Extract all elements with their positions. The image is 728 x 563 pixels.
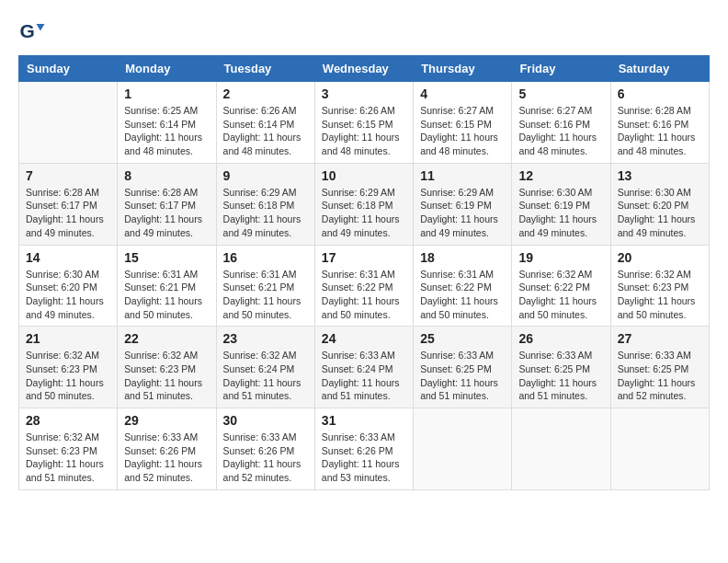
day-info: Sunrise: 6:33 AMSunset: 6:26 PMDaylight:… — [223, 431, 308, 485]
calendar-cell: 8Sunrise: 6:28 AMSunset: 6:17 PMDaylight… — [118, 163, 216, 245]
day-info: Sunrise: 6:31 AMSunset: 6:21 PMDaylight:… — [124, 268, 209, 322]
day-number: 11 — [420, 168, 505, 183]
day-number: 19 — [518, 250, 603, 265]
day-info: Sunrise: 6:30 AMSunset: 6:20 PMDaylight:… — [618, 186, 702, 240]
calendar-cell: 7Sunrise: 6:28 AMSunset: 6:17 PMDaylight… — [19, 163, 118, 245]
day-info: Sunrise: 6:31 AMSunset: 6:21 PMDaylight:… — [223, 268, 308, 322]
calendar-cell — [512, 408, 610, 490]
day-info: Sunrise: 6:32 AMSunset: 6:22 PMDaylight:… — [518, 268, 603, 322]
calendar-cell: 22Sunrise: 6:32 AMSunset: 6:23 PMDayligh… — [118, 327, 216, 408]
calendar-cell: 18Sunrise: 6:31 AMSunset: 6:22 PMDayligh… — [414, 245, 512, 327]
calendar-cell: 13Sunrise: 6:30 AMSunset: 6:20 PMDayligh… — [610, 163, 709, 245]
day-info: Sunrise: 6:27 AMSunset: 6:15 PMDaylight:… — [420, 104, 505, 158]
day-number: 30 — [223, 413, 308, 428]
day-number: 5 — [518, 86, 603, 101]
header-row: Sunday Monday Tuesday Wednesday Thursday… — [19, 56, 710, 82]
day-number: 17 — [322, 250, 406, 265]
day-info: Sunrise: 6:29 AMSunset: 6:18 PMDaylight:… — [223, 186, 308, 240]
svg-text:G: G — [20, 20, 35, 41]
calendar-cell: 17Sunrise: 6:31 AMSunset: 6:22 PMDayligh… — [314, 245, 413, 327]
calendar-cell: 26Sunrise: 6:33 AMSunset: 6:25 PMDayligh… — [512, 327, 610, 408]
calendar-cell: 2Sunrise: 6:26 AMSunset: 6:14 PMDaylight… — [216, 82, 314, 164]
calendar-cell: 25Sunrise: 6:33 AMSunset: 6:25 PMDayligh… — [414, 327, 512, 408]
day-number: 26 — [518, 331, 603, 346]
col-friday: Friday — [512, 56, 610, 82]
day-number: 12 — [518, 168, 603, 183]
day-info: Sunrise: 6:33 AMSunset: 6:24 PMDaylight:… — [322, 349, 406, 403]
col-sunday: Sunday — [19, 56, 118, 82]
calendar-cell: 12Sunrise: 6:30 AMSunset: 6:19 PMDayligh… — [512, 163, 610, 245]
calendar-cell: 16Sunrise: 6:31 AMSunset: 6:21 PMDayligh… — [216, 245, 314, 327]
day-number: 3 — [322, 86, 406, 101]
day-number: 4 — [420, 86, 505, 101]
day-number: 22 — [124, 331, 209, 346]
day-info: Sunrise: 6:26 AMSunset: 6:15 PMDaylight:… — [322, 104, 406, 158]
calendar-cell: 30Sunrise: 6:33 AMSunset: 6:26 PMDayligh… — [216, 408, 314, 490]
calendar-cell: 3Sunrise: 6:26 AMSunset: 6:15 PMDaylight… — [314, 82, 413, 164]
day-info: Sunrise: 6:33 AMSunset: 6:26 PMDaylight:… — [124, 431, 209, 485]
day-info: Sunrise: 6:33 AMSunset: 6:25 PMDaylight:… — [618, 349, 702, 403]
day-number: 31 — [322, 413, 406, 428]
day-number: 10 — [322, 168, 406, 183]
day-info: Sunrise: 6:33 AMSunset: 6:25 PMDaylight:… — [518, 349, 603, 403]
col-saturday: Saturday — [610, 56, 709, 82]
day-number: 16 — [223, 250, 308, 265]
calendar-cell: 11Sunrise: 6:29 AMSunset: 6:19 PMDayligh… — [414, 163, 512, 245]
logo: G — [18, 18, 50, 46]
col-wednesday: Wednesday — [314, 56, 413, 82]
calendar-cell: 9Sunrise: 6:29 AMSunset: 6:18 PMDaylight… — [216, 163, 314, 245]
col-thursday: Thursday — [414, 56, 512, 82]
calendar-table: Sunday Monday Tuesday Wednesday Thursday… — [18, 55, 710, 490]
day-info: Sunrise: 6:27 AMSunset: 6:16 PMDaylight:… — [518, 104, 603, 158]
svg-marker-1 — [37, 24, 45, 31]
day-number: 14 — [26, 250, 110, 265]
calendar-cell: 4Sunrise: 6:27 AMSunset: 6:15 PMDaylight… — [414, 82, 512, 164]
day-info: Sunrise: 6:29 AMSunset: 6:19 PMDaylight:… — [420, 186, 505, 240]
day-number: 18 — [420, 250, 505, 265]
calendar-cell — [19, 82, 118, 164]
calendar-cell: 20Sunrise: 6:32 AMSunset: 6:23 PMDayligh… — [610, 245, 709, 327]
day-info: Sunrise: 6:33 AMSunset: 6:26 PMDaylight:… — [322, 431, 406, 485]
day-number: 25 — [420, 331, 505, 346]
day-number: 28 — [26, 413, 110, 428]
day-number: 6 — [618, 86, 702, 101]
calendar-cell: 24Sunrise: 6:33 AMSunset: 6:24 PMDayligh… — [314, 327, 413, 408]
day-number: 9 — [223, 168, 308, 183]
col-monday: Monday — [118, 56, 216, 82]
day-info: Sunrise: 6:26 AMSunset: 6:14 PMDaylight:… — [223, 104, 308, 158]
calendar-cell: 19Sunrise: 6:32 AMSunset: 6:22 PMDayligh… — [512, 245, 610, 327]
day-number: 13 — [618, 168, 702, 183]
calendar-cell: 14Sunrise: 6:30 AMSunset: 6:20 PMDayligh… — [19, 245, 118, 327]
day-number: 29 — [124, 413, 209, 428]
day-info: Sunrise: 6:25 AMSunset: 6:14 PMDaylight:… — [124, 104, 209, 158]
calendar-cell: 1Sunrise: 6:25 AMSunset: 6:14 PMDaylight… — [118, 82, 216, 164]
day-info: Sunrise: 6:31 AMSunset: 6:22 PMDaylight:… — [420, 268, 505, 322]
day-number: 15 — [124, 250, 209, 265]
calendar-cell: 27Sunrise: 6:33 AMSunset: 6:25 PMDayligh… — [610, 327, 709, 408]
calendar-week-1: 1Sunrise: 6:25 AMSunset: 6:14 PMDaylight… — [19, 82, 710, 164]
day-number: 23 — [223, 331, 308, 346]
calendar-cell — [610, 408, 709, 490]
calendar-cell: 21Sunrise: 6:32 AMSunset: 6:23 PMDayligh… — [19, 327, 118, 408]
logo-icon: G — [18, 18, 46, 46]
calendar-cell: 15Sunrise: 6:31 AMSunset: 6:21 PMDayligh… — [118, 245, 216, 327]
calendar-cell: 28Sunrise: 6:32 AMSunset: 6:23 PMDayligh… — [19, 408, 118, 490]
calendar-cell: 5Sunrise: 6:27 AMSunset: 6:16 PMDaylight… — [512, 82, 610, 164]
col-tuesday: Tuesday — [216, 56, 314, 82]
day-info: Sunrise: 6:32 AMSunset: 6:23 PMDaylight:… — [124, 349, 209, 403]
day-number: 20 — [618, 250, 702, 265]
day-info: Sunrise: 6:32 AMSunset: 6:23 PMDaylight:… — [618, 268, 702, 322]
day-info: Sunrise: 6:28 AMSunset: 6:17 PMDaylight:… — [26, 186, 110, 240]
calendar-cell: 6Sunrise: 6:28 AMSunset: 6:16 PMDaylight… — [610, 82, 709, 164]
day-info: Sunrise: 6:32 AMSunset: 6:23 PMDaylight:… — [26, 431, 110, 485]
day-number: 2 — [223, 86, 308, 101]
day-info: Sunrise: 6:28 AMSunset: 6:17 PMDaylight:… — [124, 186, 209, 240]
calendar-cell: 29Sunrise: 6:33 AMSunset: 6:26 PMDayligh… — [118, 408, 216, 490]
day-number: 21 — [26, 331, 110, 346]
calendar-cell: 31Sunrise: 6:33 AMSunset: 6:26 PMDayligh… — [314, 408, 413, 490]
page-header: G — [18, 18, 710, 46]
day-info: Sunrise: 6:30 AMSunset: 6:19 PMDaylight:… — [518, 186, 603, 240]
calendar-cell: 10Sunrise: 6:29 AMSunset: 6:18 PMDayligh… — [314, 163, 413, 245]
day-info: Sunrise: 6:30 AMSunset: 6:20 PMDaylight:… — [26, 268, 110, 322]
day-number: 24 — [322, 331, 406, 346]
